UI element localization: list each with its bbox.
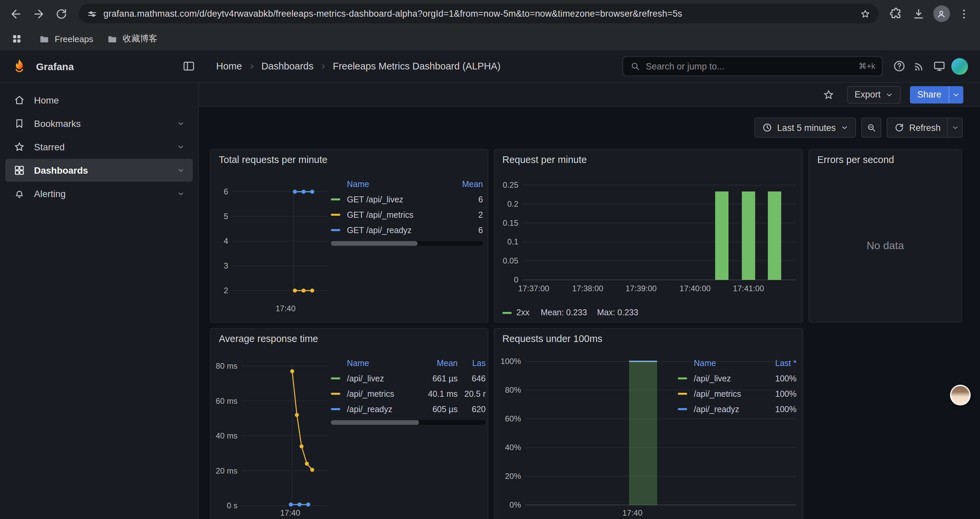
scrollbar-thumb[interactable]	[331, 420, 419, 425]
legend-column-header[interactable]: Last *	[766, 358, 797, 368]
legend-row[interactable]: /api/_metrics40.1 ms20.5 r	[331, 386, 486, 401]
series-mean: Mean: 0.233	[541, 308, 587, 317]
sidebar-item-label: Alerting	[34, 188, 66, 199]
floating-assistant-avatar[interactable]	[950, 385, 970, 406]
collapse-sidebar-button[interactable]	[179, 56, 199, 76]
reload-button[interactable]	[51, 3, 72, 24]
share-button[interactable]: Share	[910, 86, 949, 103]
news-button[interactable]	[909, 56, 929, 76]
bookmark-folder-freeleaps[interactable]: Freeleaps	[39, 33, 94, 45]
breadcrumb-dashboards[interactable]: Dashboards	[261, 61, 313, 72]
breadcrumb-current: Freeleaps Metrics Dashboard (ALPHA)	[333, 61, 501, 72]
chevron-down-icon[interactable]	[177, 166, 185, 174]
browser-profile-button[interactable]	[931, 3, 952, 24]
legend-row[interactable]: GET /api/_metrics2	[331, 207, 483, 222]
bookmark-page-star-icon[interactable]	[860, 8, 870, 19]
chevron-down-icon[interactable]	[177, 120, 185, 128]
legend-row[interactable]: /api/_metrics100%	[678, 386, 797, 401]
legend-row[interactable]: /api/_readyz605 µs620	[331, 401, 486, 417]
svg-text:60%: 60%	[505, 414, 521, 423]
svg-text:0.15: 0.15	[503, 219, 519, 227]
grafana-brand[interactable]: Grafana	[11, 57, 179, 75]
series-name: /api/_livez	[347, 374, 416, 383]
panel-title[interactable]: Average response time	[211, 329, 488, 349]
series-color-swatch	[502, 311, 512, 314]
legend-horizontal-scrollbar[interactable]	[331, 241, 483, 246]
time-range-picker[interactable]: Last 5 minutes	[754, 118, 856, 137]
sidebar-item-dashboards[interactable]: Dashboards	[5, 159, 193, 182]
bookmark-label: 收藏博客	[123, 33, 158, 45]
kebab-menu-icon	[957, 7, 970, 21]
refresh-interval-dropdown[interactable]	[948, 118, 963, 137]
panel-title[interactable]: Request per minute	[494, 150, 803, 170]
rss-icon	[913, 59, 926, 73]
panel-legend: NameLast */api/_livez100%/api/_metrics10…	[678, 355, 797, 417]
sidebar-item-starred[interactable]: Starred	[5, 136, 193, 158]
legend-column-header[interactable]: Mean	[420, 358, 458, 368]
export-button[interactable]: Export	[847, 86, 900, 103]
forward-button[interactable]	[28, 3, 49, 24]
sidebar-item-label: Dashboards	[34, 165, 88, 176]
series-value: 605 µs	[420, 404, 458, 414]
sidebar-item-alerting[interactable]: Alerting	[5, 182, 193, 205]
bookmark-label: Freeleaps	[55, 34, 94, 44]
downloads-button[interactable]	[908, 3, 929, 24]
refresh-button[interactable]: Refresh	[886, 118, 948, 137]
legend-row[interactable]: GET /api/_readyz6	[331, 222, 483, 238]
sidebar-item-home[interactable]: Home	[5, 89, 193, 112]
svg-text:0 s: 0 s	[227, 501, 237, 510]
series-color-swatch	[331, 198, 340, 200]
scrollbar-thumb[interactable]	[331, 241, 418, 246]
series-name: GET /api/_livez	[347, 195, 450, 204]
grafana-header: Grafana Home Dashboards Freeleaps Metric…	[0, 50, 980, 83]
extensions-button[interactable]	[885, 3, 907, 24]
panel-title[interactable]: Requests under 100ms	[494, 329, 803, 349]
star-outline-icon	[822, 88, 835, 101]
svg-text:0%: 0%	[509, 500, 521, 509]
legend-row[interactable]: /api/_livez100%	[678, 371, 797, 386]
panel-title[interactable]: Total requests per minute	[211, 150, 488, 170]
url-bar[interactable]: grafana.mathmast.com/d/deytv4rwavabkb/fr…	[79, 4, 878, 23]
display-button[interactable]	[929, 56, 949, 76]
url-text[interactable]: grafana.mathmast.com/d/deytv4rwavabkb/fr…	[103, 9, 854, 19]
panel-total-requests-per-minute: Total requests per minute 6543217:40Name…	[210, 149, 488, 323]
site-settings-icon[interactable]	[87, 8, 97, 19]
browser-menu-button[interactable]	[953, 3, 975, 24]
chevron-down-icon[interactable]	[177, 143, 185, 151]
sidebar-item-bookmarks[interactable]: Bookmarks	[5, 112, 193, 135]
dashboards-grid-icon	[13, 164, 25, 176]
svg-text:0.2: 0.2	[508, 200, 519, 208]
bookmark-folder-blogs[interactable]: 收藏博客	[107, 33, 158, 45]
svg-text:17:40: 17:40	[275, 304, 296, 313]
panel-title[interactable]: Errors per second	[809, 150, 961, 170]
apps-grid-button[interactable]	[8, 30, 25, 48]
favorite-dashboard-button[interactable]	[819, 86, 838, 103]
search-bar[interactable]: ⌘+k	[622, 56, 883, 76]
legend-column-header[interactable]: Mean	[453, 179, 483, 189]
help-button[interactable]	[889, 56, 909, 76]
legend-row[interactable]: /api/_livez661 µs646	[331, 371, 486, 386]
legend-column-header[interactable]: Name	[347, 179, 450, 189]
search-shortcut: ⌘+k	[859, 61, 875, 71]
browser-toolbar: grafana.mathmast.com/d/deytv4rwavabkb/fr…	[0, 0, 980, 27]
panel-legend[interactable]: 2xxMean: 0.233Max: 0.233	[502, 308, 644, 317]
legend-row[interactable]: /api/_readyz100%	[678, 401, 797, 417]
chevron-right-icon	[319, 62, 328, 70]
chevron-down-icon[interactable]	[177, 190, 185, 198]
user-menu-button[interactable]	[949, 56, 969, 76]
legend-column-header[interactable]: Las	[461, 358, 486, 368]
folder-icon	[107, 33, 118, 45]
time-controls: Last 5 minutes Refresh	[754, 118, 963, 137]
back-button[interactable]	[5, 3, 27, 24]
svg-text:17:38:00: 17:38:00	[572, 284, 603, 293]
zoom-out-button[interactable]	[861, 118, 881, 137]
bell-icon	[13, 188, 25, 200]
reload-icon	[55, 7, 68, 21]
legend-row[interactable]: GET /api/_livez6	[331, 192, 483, 207]
legend-horizontal-scrollbar[interactable]	[331, 420, 486, 425]
search-input[interactable]	[646, 61, 853, 71]
legend-column-header[interactable]: Name	[694, 358, 762, 368]
legend-column-header[interactable]: Name	[347, 358, 416, 368]
breadcrumb-home[interactable]: Home	[216, 61, 242, 72]
share-dropdown-button[interactable]	[949, 86, 963, 103]
